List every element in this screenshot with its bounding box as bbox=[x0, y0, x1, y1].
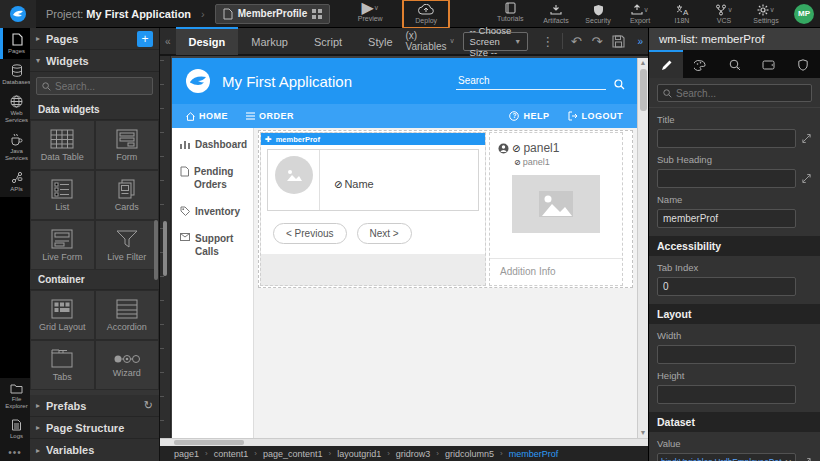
vcs-button[interactable]: ∨ VCS bbox=[704, 1, 744, 27]
widget-list-scrollbar[interactable] bbox=[154, 220, 158, 280]
export-button[interactable]: ∨ Export bbox=[620, 1, 660, 27]
breadcrumb-item[interactable]: gridcolumn5 bbox=[445, 449, 494, 459]
redo-icon[interactable]: ↷ bbox=[587, 34, 608, 49]
rail-item-web-services[interactable]: Web Services bbox=[0, 90, 30, 128]
app-search-input[interactable]: Search bbox=[456, 73, 606, 90]
panel1-header[interactable]: ⊘ panel1 bbox=[490, 133, 622, 155]
search-icon[interactable] bbox=[614, 79, 625, 90]
hscrollbar-thumb[interactable] bbox=[174, 440, 244, 445]
tab-index-input[interactable] bbox=[657, 277, 796, 296]
height-input[interactable] bbox=[657, 385, 796, 404]
user-avatar[interactable]: MP bbox=[794, 4, 814, 24]
breadcrumb-item[interactable]: page_content1 bbox=[263, 449, 323, 459]
previous-button[interactable]: < Previous bbox=[273, 223, 347, 244]
nav-home[interactable]: HOME bbox=[186, 111, 228, 121]
scroll-up-icon[interactable]: ▲ bbox=[640, 58, 647, 68]
security-button[interactable]: Security bbox=[578, 1, 618, 27]
title-input[interactable] bbox=[657, 129, 796, 148]
rail-item-databases[interactable]: Databases bbox=[0, 59, 30, 90]
variables-dropdown[interactable]: (x) Variables ∨ bbox=[406, 30, 455, 52]
nav-order[interactable]: ORDER bbox=[246, 111, 294, 121]
settings-button[interactable]: ∨ Settings bbox=[746, 1, 786, 27]
tab-script[interactable]: Script bbox=[301, 27, 355, 55]
screen-size-select[interactable]: -- Choose Screen Size -- ▼ bbox=[463, 32, 529, 51]
dataset-section-header[interactable]: Dataset bbox=[649, 412, 820, 432]
rail-item-java-services[interactable]: Java Services bbox=[0, 128, 30, 166]
add-page-button[interactable]: + bbox=[137, 31, 153, 47]
widget-tile-data-table[interactable]: Data Table bbox=[30, 120, 95, 170]
tab-properties[interactable] bbox=[649, 50, 683, 78]
expand-right-icon[interactable]: » bbox=[632, 36, 648, 47]
dataset-value-input[interactable]: bind:Variables.HrdbEmployeeData.data ✕ bbox=[657, 453, 796, 461]
breadcrumb-item-current[interactable]: memberProf bbox=[509, 449, 559, 459]
item-name-field[interactable]: ⊘ Name bbox=[320, 150, 374, 210]
save-icon[interactable] bbox=[607, 35, 630, 48]
properties-search-input[interactable] bbox=[676, 88, 796, 99]
ruler-scrollbar-thumb[interactable] bbox=[163, 221, 167, 276]
widget-tile-live-filter[interactable]: Live Filter bbox=[95, 220, 160, 270]
breadcrumb-item[interactable]: content1 bbox=[214, 449, 249, 459]
widget-tile-form[interactable]: Form bbox=[95, 120, 160, 170]
widget-tile-wizard[interactable]: Wizard bbox=[95, 340, 160, 390]
move-icon[interactable]: ✚ bbox=[265, 135, 272, 144]
rail-item-apis[interactable]: APIs bbox=[0, 166, 30, 197]
prefabs-accordion[interactable]: ▸ Prefabs ↻ bbox=[30, 395, 159, 417]
accessibility-section-header[interactable]: Accessibility bbox=[649, 236, 820, 256]
sidenav-support-calls[interactable]: Support Calls bbox=[180, 232, 245, 258]
next-button[interactable]: Next > bbox=[357, 223, 412, 244]
canvas-vertical-scrollbar[interactable]: ▲ ▼ bbox=[637, 58, 648, 438]
scroll-down-icon[interactable]: ▼ bbox=[640, 428, 647, 438]
sidenav-dashboard[interactable]: Dashboard bbox=[180, 138, 245, 151]
nav-help[interactable]: ? HELP bbox=[509, 111, 549, 121]
widget-tile-grid-layout[interactable]: Grid Layout bbox=[30, 290, 95, 340]
rail-item-pages[interactable]: Pages bbox=[0, 28, 30, 59]
rail-item-file-explorer[interactable]: File Explorer bbox=[0, 378, 30, 414]
tab-styles[interactable] bbox=[683, 50, 717, 78]
breadcrumb-item[interactable]: layoutgrid1 bbox=[337, 449, 381, 459]
page-tab-memberprofile[interactable]: MemberProfile bbox=[215, 4, 330, 24]
artifacts-button[interactable]: Artifacts bbox=[536, 1, 576, 27]
collapse-left-icon[interactable]: « bbox=[160, 36, 176, 47]
canvas-horizontal-scrollbar[interactable] bbox=[160, 438, 648, 446]
tab-security[interactable] bbox=[786, 50, 820, 78]
i18n-button[interactable]: A I18N bbox=[662, 1, 702, 27]
widget-search-input[interactable] bbox=[55, 81, 145, 92]
layout-section-header[interactable]: Layout bbox=[649, 304, 820, 324]
tab-markup[interactable]: Markup bbox=[238, 27, 301, 55]
tutorials-button[interactable]: Tutorials bbox=[488, 0, 532, 25]
widget-tile-live-form[interactable]: Live Form bbox=[30, 220, 95, 270]
tab-device[interactable] bbox=[752, 50, 786, 78]
deploy-button[interactable]: Deploy bbox=[404, 1, 448, 27]
bind-link-icon[interactable] bbox=[801, 173, 812, 184]
more-options-icon[interactable]: ••• bbox=[0, 444, 30, 461]
widget-tile-accordion[interactable]: Accordion bbox=[95, 290, 160, 340]
name-input[interactable] bbox=[657, 209, 796, 228]
widget-tile-cards[interactable]: Cards bbox=[95, 170, 160, 220]
panel1-image-placeholder[interactable] bbox=[512, 175, 600, 233]
bind-link-icon[interactable] bbox=[801, 457, 812, 461]
breadcrumb-item[interactable]: page1 bbox=[174, 449, 199, 459]
sidenav-inventory[interactable]: Inventory bbox=[180, 205, 245, 218]
tab-design[interactable]: Design bbox=[176, 27, 239, 55]
scrollbar-thumb[interactable] bbox=[640, 69, 647, 111]
member-list-selection-bar[interactable]: ✚ memberProf bbox=[261, 133, 485, 145]
page-structure-accordion[interactable]: ▸ Page Structure bbox=[30, 417, 159, 439]
list-item-template[interactable]: ⊘ Name bbox=[267, 149, 479, 211]
clear-binding-icon[interactable]: ✕ bbox=[784, 458, 792, 461]
member-list-widget[interactable]: ✚ memberProf bbox=[260, 132, 486, 286]
panel1-widget[interactable]: ⊘ panel1 ⊘ panel1 bbox=[489, 132, 623, 286]
rail-item-logs[interactable]: Logs bbox=[0, 414, 30, 444]
bind-link-icon[interactable] bbox=[801, 133, 812, 144]
tab-events[interactable] bbox=[717, 50, 751, 78]
layout-grid-outline[interactable]: ✚ memberProf bbox=[258, 130, 633, 288]
nav-logout[interactable]: LOGOUT bbox=[568, 111, 624, 121]
sidenav-pending-orders[interactable]: Pending Orders bbox=[180, 165, 245, 191]
preview-button[interactable]: ▶∨ Preview bbox=[348, 0, 392, 25]
breadcrumb-item[interactable]: gridrow3 bbox=[396, 449, 431, 459]
variables-accordion[interactable]: ▸ Variables bbox=[30, 439, 159, 461]
width-input[interactable] bbox=[657, 345, 796, 364]
wavemaker-logo[interactable] bbox=[0, 0, 36, 28]
kebab-menu-icon[interactable]: ⋮ bbox=[536, 34, 559, 49]
grid-icon[interactable] bbox=[312, 9, 322, 19]
pages-accordion[interactable]: ▸ Pages + bbox=[30, 28, 159, 50]
